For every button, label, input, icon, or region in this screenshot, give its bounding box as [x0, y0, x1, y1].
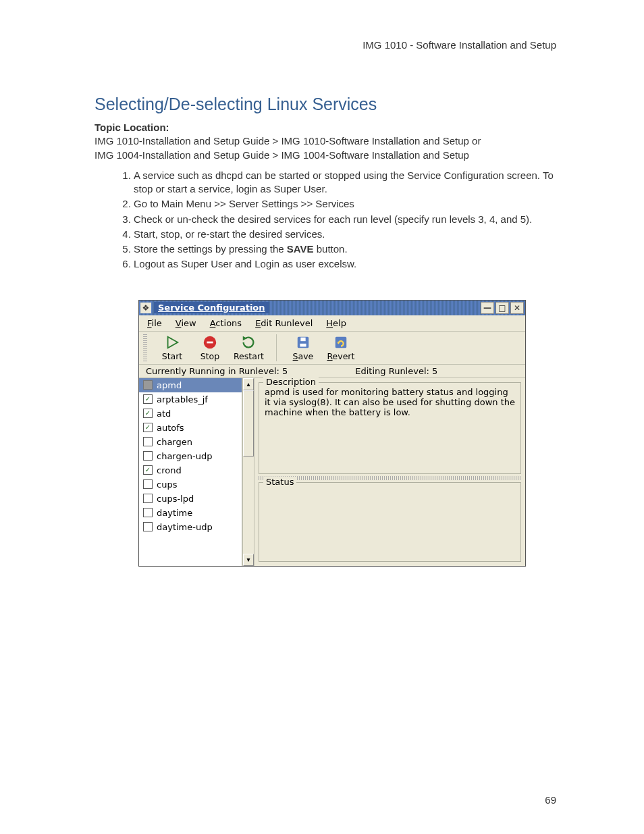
play-icon: [164, 335, 180, 350]
scroll-track[interactable]: [243, 390, 254, 554]
svg-rect-6: [300, 337, 305, 341]
revert-button[interactable]: Revert: [327, 335, 355, 361]
service-list[interactable]: apmd ✓ arptables_jf ✓ atd ✓ autofs charg…: [139, 378, 242, 566]
topic-line-2: IMG 1004-Installation and Setup Guide > …: [95, 149, 469, 161]
toolbar-grip-icon: [143, 334, 147, 361]
checkbox-icon[interactable]: ✓: [143, 409, 153, 418]
topic-location-label: Topic Location:: [95, 122, 169, 133]
scrollbar[interactable]: ▴ ▾: [242, 378, 254, 566]
checkbox-icon[interactable]: [143, 508, 153, 517]
svg-rect-5: [300, 343, 306, 346]
toolbar-separator: [276, 334, 277, 361]
step-6: Logout as Super User and Login as user e…: [134, 257, 570, 271]
scroll-thumb[interactable]: [243, 390, 254, 457]
save-button[interactable]: Save: [289, 335, 317, 361]
titlebar[interactable]: ❖ Service Configuration — □ ✕: [139, 301, 525, 315]
checkbox-icon[interactable]: [143, 380, 153, 390]
window-menu-icon[interactable]: ❖: [140, 303, 151, 313]
service-row-cups[interactable]: cups: [139, 477, 242, 492]
service-row-arptables[interactable]: ✓ arptables_jf: [139, 392, 242, 407]
svg-rect-2: [207, 341, 213, 343]
description-box: Description apmd is used for monitoring …: [259, 382, 521, 474]
service-row-apmd[interactable]: apmd: [139, 378, 242, 392]
start-button[interactable]: Start: [158, 335, 186, 361]
checkbox-icon[interactable]: [143, 479, 153, 489]
checkbox-icon[interactable]: [143, 451, 153, 461]
topic-line-1: IMG 1010-Installation and Setup Guide > …: [95, 135, 481, 147]
service-row-chargen-udp[interactable]: chargen-udp: [139, 449, 242, 463]
service-row-daytime[interactable]: daytime: [139, 506, 242, 520]
menu-help[interactable]: Help: [326, 318, 346, 328]
toolbar: Start Stop Restart Save Revert: [139, 332, 525, 365]
page-number: 69: [545, 794, 556, 806]
description-text: apmd is used for monitoring battery stat…: [265, 387, 515, 417]
status-legend: Status: [263, 477, 296, 487]
menu-edit-runlevel[interactable]: Edit Runlevel: [255, 318, 313, 328]
service-row-cups-lpd[interactable]: cups-lpd: [139, 492, 242, 506]
restart-icon: [240, 335, 257, 350]
editing-runlevel: Editing Runlevel: 5: [355, 366, 437, 376]
scroll-up-icon[interactable]: ▴: [243, 378, 254, 390]
service-row-autofs[interactable]: ✓ autofs: [139, 421, 242, 435]
stop-button[interactable]: Stop: [196, 335, 224, 361]
checkbox-icon[interactable]: [143, 522, 153, 531]
menubar: File View Actions Edit Runlevel Help: [139, 315, 525, 332]
checkbox-icon[interactable]: ✓: [143, 423, 153, 432]
status-box: Status: [259, 482, 521, 562]
stop-icon: [202, 335, 218, 350]
close-button[interactable]: ✕: [510, 302, 524, 314]
menu-view[interactable]: View: [176, 318, 196, 328]
details-pane: Description apmd is used for monitoring …: [254, 378, 525, 566]
svg-marker-3: [243, 336, 247, 340]
step-1: A service such as dhcpd can be started o…: [134, 169, 570, 197]
save-icon: [295, 335, 311, 350]
svg-marker-0: [168, 336, 178, 348]
service-config-window: ❖ Service Configuration — □ ✕ File View …: [138, 300, 526, 567]
window-title: Service Configuration: [154, 302, 269, 313]
revert-icon: [333, 335, 349, 350]
step-5: Store the settings by pressing the SAVE …: [134, 242, 570, 256]
scroll-down-icon[interactable]: ▾: [243, 554, 254, 566]
checkbox-icon[interactable]: [143, 494, 153, 503]
splitter-icon[interactable]: [259, 476, 521, 480]
service-row-chargen[interactable]: chargen: [139, 435, 242, 449]
running-header: IMG 1010 - Software Installation and Set…: [363, 39, 556, 51]
topic-location: Topic Location: IMG 1010-Installation an…: [95, 121, 570, 162]
menu-actions[interactable]: Actions: [210, 318, 242, 328]
checkbox-icon[interactable]: [143, 437, 153, 446]
step-2: Go to Main Menu >> Server Settings >> Se…: [134, 197, 570, 211]
current-runlevel: Currently Running in Runlevel: 5: [146, 366, 288, 376]
description-legend: Description: [263, 377, 319, 387]
service-row-daytime-udp[interactable]: daytime-udp: [139, 520, 242, 534]
checkbox-icon[interactable]: ✓: [143, 465, 153, 475]
checkbox-icon[interactable]: ✓: [143, 394, 153, 404]
restart-button[interactable]: Restart: [234, 335, 264, 361]
step-3: Check or un-check the desired services f…: [134, 213, 570, 226]
step-4: Start, stop, or re-start the desired ser…: [134, 228, 570, 241]
runlevel-status: Currently Running in Runlevel: 5 Editing…: [139, 365, 525, 378]
page-title: Selecting/De-selecting Linux Services: [95, 95, 570, 114]
service-row-crond[interactable]: ✓ crond: [139, 463, 242, 477]
steps-list: A service such as dhcpd can be started o…: [95, 169, 570, 271]
service-row-atd[interactable]: ✓ atd: [139, 407, 242, 421]
menu-file[interactable]: File: [147, 318, 162, 328]
minimize-button[interactable]: —: [481, 302, 494, 314]
maximize-button[interactable]: □: [495, 302, 509, 314]
